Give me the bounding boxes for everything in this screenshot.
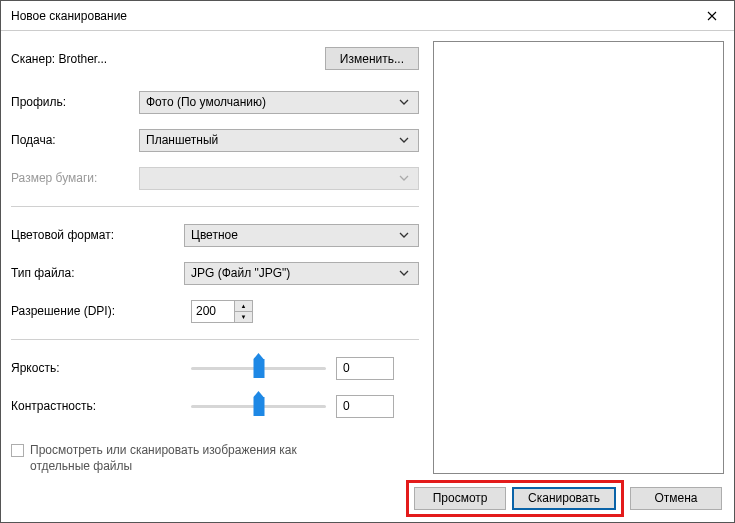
spin-down-button[interactable]: ▼ (235, 312, 252, 322)
paper-size-row: Размер бумаги: (11, 164, 419, 192)
file-type-value: JPG (Файл "JPG") (191, 266, 396, 280)
chevron-down-icon (396, 97, 412, 107)
brightness-row: Яркость: (11, 354, 419, 382)
window-title: Новое сканирование (11, 9, 690, 23)
resolution-input[interactable] (192, 301, 234, 322)
footer: Просмотр Сканировать Отмена (1, 474, 734, 522)
close-icon (707, 11, 717, 21)
file-type-row: Тип файла: JPG (Файл "JPG") (11, 259, 419, 287)
file-type-label: Тип файла: (11, 266, 184, 280)
change-scanner-button[interactable]: Изменить... (325, 47, 419, 70)
profile-row: Профиль: Фото (По умолчанию) (11, 88, 419, 116)
color-format-value: Цветное (191, 228, 396, 242)
contrast-slider[interactable] (191, 394, 326, 418)
paper-size-select (139, 167, 419, 190)
highlighted-buttons: Просмотр Сканировать (406, 480, 624, 517)
resolution-spinner[interactable]: ▲ ▼ (191, 300, 253, 323)
profile-select[interactable]: Фото (По умолчанию) (139, 91, 419, 114)
slider-thumb[interactable] (253, 359, 264, 378)
profile-value: Фото (По умолчанию) (146, 95, 396, 109)
contrast-row: Контрастность: (11, 392, 419, 420)
brightness-value-input[interactable] (336, 357, 394, 380)
resolution-row: Разрешение (DPI): ▲ ▼ (11, 297, 419, 325)
settings-panel: Сканер: Brother... Изменить... Профиль: … (11, 41, 419, 474)
scanner-label: Сканер: Brother... (11, 52, 325, 66)
source-select[interactable]: Планшетный (139, 129, 419, 152)
source-label: Подача: (11, 133, 139, 147)
source-row: Подача: Планшетный (11, 126, 419, 154)
color-format-row: Цветовой формат: Цветное (11, 221, 419, 249)
resolution-label: Разрешение (DPI): (11, 304, 191, 318)
scanner-row: Сканер: Brother... Изменить... (11, 47, 419, 70)
slider-thumb[interactable] (253, 397, 264, 416)
separate-files-label: Просмотреть или сканировать изображения … (30, 442, 320, 474)
preview-button[interactable]: Просмотр (414, 487, 506, 510)
color-format-select[interactable]: Цветное (184, 224, 419, 247)
separate-files-checkbox[interactable] (11, 444, 24, 457)
separator (11, 339, 419, 340)
paper-size-label: Размер бумаги: (11, 171, 139, 185)
titlebar: Новое сканирование (1, 1, 734, 31)
brightness-label: Яркость: (11, 361, 191, 375)
scan-button[interactable]: Сканировать (512, 487, 616, 510)
separate-files-row: Просмотреть или сканировать изображения … (11, 442, 419, 474)
chevron-down-icon (396, 268, 412, 278)
brightness-slider[interactable] (191, 356, 326, 380)
cancel-button[interactable]: Отмена (630, 487, 722, 510)
file-type-select[interactable]: JPG (Файл "JPG") (184, 262, 419, 285)
contrast-value-input[interactable] (336, 395, 394, 418)
separator (11, 206, 419, 207)
contrast-label: Контрастность: (11, 399, 191, 413)
dialog-body: Сканер: Brother... Изменить... Профиль: … (1, 31, 734, 522)
profile-label: Профиль: (11, 95, 139, 109)
main-area: Сканер: Brother... Изменить... Профиль: … (1, 31, 734, 474)
color-format-label: Цветовой формат: (11, 228, 184, 242)
chevron-down-icon (396, 173, 412, 183)
source-value: Планшетный (146, 133, 396, 147)
scan-dialog: Новое сканирование Сканер: Brother... Из… (0, 0, 735, 523)
chevron-down-icon (396, 135, 412, 145)
preview-pane (433, 41, 724, 474)
close-button[interactable] (690, 1, 734, 31)
spin-up-button[interactable]: ▲ (235, 301, 252, 312)
chevron-down-icon (396, 230, 412, 240)
